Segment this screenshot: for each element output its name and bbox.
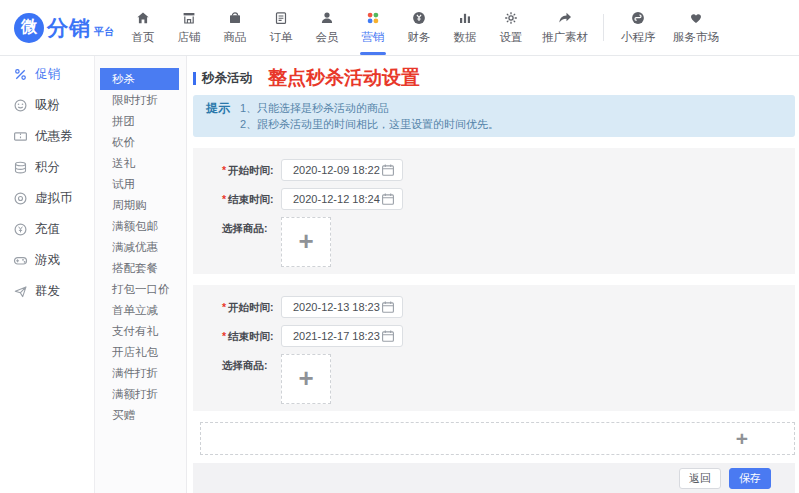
start-time-input-2[interactable]: 2020-12-13 18:23 [281,296,403,318]
page-title: 秒杀活动 [202,70,252,87]
sidebar-item-label: 充值 [35,221,60,238]
end-time-input-1[interactable]: 2020-12-12 18:24 [281,188,403,210]
submenu-item-trial[interactable]: 试用 [95,174,186,195]
coupon-ticket-icon [13,129,28,144]
submenu-item-first-order-discount[interactable]: 首单立减 [95,300,186,321]
tip-line: 1、只能选择是秒杀活动的商品 [240,100,499,116]
nav-item-member[interactable]: 会员 [304,0,350,55]
submenu-item-package-price[interactable]: 打包一口价 [95,279,186,300]
submenu-item-quantity-discount[interactable]: 满件打折 [95,363,186,384]
nav-item-label: 数据 [454,30,477,45]
add-group-button[interactable]: + [200,422,795,455]
nav-item-data[interactable]: 数据 [442,0,488,55]
brand-logo[interactable]: 微 分销 平台 [14,0,120,55]
select-goods-row: 选择商品: + [222,354,795,404]
submenu-item-buy-gift[interactable]: 买赠 [95,405,186,426]
sidebar-item-label: 虚拟币 [35,190,73,207]
end-time-label: *结束时间: [222,325,275,347]
app-window: 微 分销 平台 首页 店铺 商品 [0,0,799,493]
sidebar-item-label: 积分 [35,159,60,176]
submenu-item-free-shipping[interactable]: 满额包邮 [95,216,186,237]
sidebar-item-mass-send[interactable]: 群发 [0,276,94,307]
start-time-row: *开始时间: 2020-12-13 18:23 [222,296,795,318]
nav-item-label: 财务 [408,30,431,45]
nav-item-label: 推广素材 [542,30,588,45]
end-time-label: *结束时间: [222,188,275,210]
nav-item-marketing[interactable]: 营销 [350,0,396,55]
sidebar-item-label: 吸粉 [35,97,60,114]
sidebar-item-virtual-coin[interactable]: 虚拟币 [0,183,94,214]
tip-label: 提示 [206,100,230,132]
select-goods-row: 选择商品: + [222,217,795,267]
home-icon [135,10,151,26]
start-time-label: *开始时间: [222,159,275,181]
submenu-item-cycle-purchase[interactable]: 周期购 [95,195,186,216]
recharge-yen-icon [13,222,28,237]
submenu-item-gift[interactable]: 送礼 [95,153,186,174]
nav-item-shop[interactable]: 店铺 [166,0,212,55]
submenu-item-amount-discount[interactable]: 满额打折 [95,384,186,405]
nav-item-home[interactable]: 首页 [120,0,166,55]
add-product-button-1[interactable]: + [281,217,331,267]
share-arrow-icon [557,10,573,26]
end-time-input-2[interactable]: 2021-12-17 18:23 [281,325,403,347]
sidebar-item-promotion[interactable]: 促销 [0,59,94,90]
calendar-icon[interactable] [381,329,395,343]
nav-item-settings[interactable]: 设置 [488,0,534,55]
submenu-item-group-buy[interactable]: 拼团 [95,111,186,132]
gamepad-icon [13,253,28,268]
nav-item-finance[interactable]: 财务 [396,0,442,55]
shopping-bag-icon [227,10,243,26]
submenu-item-combo[interactable]: 搭配套餐 [95,258,186,279]
tip-line: 2、跟秒杀活动里的时间相比，这里设置的时间优先。 [240,116,499,132]
mini-program-icon [630,10,646,26]
nav-item-service-market[interactable]: 服务市场 [665,0,727,55]
calendar-icon[interactable] [381,192,395,206]
activity-group-2: *开始时间: 2020-12-13 18:23 *结束时间: 2021-12-1… [193,285,795,411]
coin-circle-icon [13,191,28,206]
nav-item-promo-material[interactable]: 推广素材 [534,0,596,55]
submenu-item-bargain[interactable]: 砍价 [95,132,186,153]
back-button[interactable]: 返回 [679,468,721,489]
submenu-item-full-reduction[interactable]: 满减优惠 [95,237,186,258]
brand-suffix: 平台 [94,25,114,39]
secondary-sidebar: 秒杀 限时打折 拼团 砍价 送礼 试用 周期购 满额包邮 满减优惠 搭配套餐 打… [95,56,187,493]
start-time-value: 2020-12-09 18:22 [293,164,380,176]
save-button[interactable]: 保存 [729,468,771,489]
calendar-icon[interactable] [381,300,395,314]
nav-item-label: 小程序 [621,30,656,45]
sidebar-item-fans[interactable]: 吸粉 [0,90,94,121]
submenu-item-pay-gift[interactable]: 支付有礼 [95,321,186,342]
nav-item-label: 会员 [316,30,339,45]
sidebar-item-points[interactable]: 积分 [0,152,94,183]
submenu-item-store-gift-pack[interactable]: 开店礼包 [95,342,186,363]
coins-stack-icon [13,160,28,175]
nav-item-order[interactable]: 订单 [258,0,304,55]
submenu-item-time-discount[interactable]: 限时打折 [95,90,186,111]
nav-item-label: 服务市场 [673,30,719,45]
start-time-input-1[interactable]: 2020-12-09 18:22 [281,159,403,181]
sidebar-item-label: 群发 [35,283,60,300]
sidebar-item-label: 优惠券 [35,128,73,145]
sidebar-item-label: 游戏 [35,252,60,269]
sidebar-item-game[interactable]: 游戏 [0,245,94,276]
title-accent-bar [193,72,196,85]
storefront-icon [181,10,197,26]
paper-plane-icon [13,284,28,299]
sidebar-item-coupon[interactable]: 优惠券 [0,121,94,152]
nav-item-goods[interactable]: 商品 [212,0,258,55]
calendar-icon[interactable] [381,163,395,177]
nav-item-mini-program[interactable]: 小程序 [611,0,665,55]
tip-box: 提示 1、只能选择是秒杀活动的商品 2、跟秒杀活动里的时间相比，这里设置的时间优… [193,95,795,137]
submenu-item-seckill[interactable]: 秒杀 [100,68,179,90]
add-product-button-2[interactable]: + [281,354,331,404]
plus-icon: + [298,228,313,254]
sidebar-item-recharge[interactable]: 充值 [0,214,94,245]
order-list-icon [273,10,289,26]
primary-sidebar: 促销 吸粉 优惠券 积分 [0,56,95,493]
page-header: 秒杀活动 整点秒杀活动设置 [193,68,795,88]
nav-item-label: 设置 [500,30,523,45]
page-subtitle: 整点秒杀活动设置 [268,65,420,91]
nav-item-label: 商品 [224,30,247,45]
finance-yen-icon [411,10,427,26]
